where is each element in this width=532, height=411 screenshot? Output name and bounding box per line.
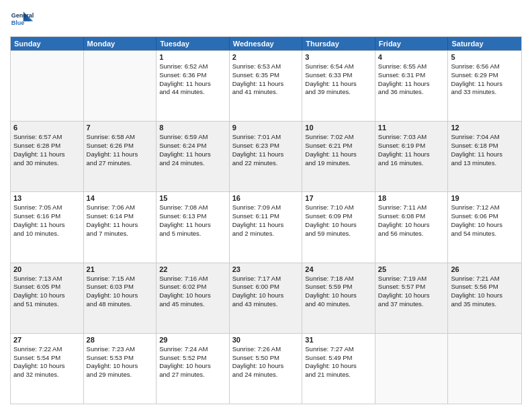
cell-info-line: and 16 minutes.	[378, 159, 445, 168]
cell-info-line: Daylight: 11 hours	[87, 150, 154, 159]
cell-info-line: Sunrise: 7:11 AM	[378, 203, 445, 212]
calendar-cell: 8Sunrise: 6:59 AMSunset: 6:24 PMDaylight…	[157, 122, 230, 191]
cell-info-line: Daylight: 11 hours	[232, 80, 300, 89]
day-number: 2	[232, 53, 300, 61]
cell-info-line: Sunrise: 6:55 AM	[378, 62, 445, 71]
cell-info-line: Sunrise: 7:16 AM	[159, 275, 226, 283]
cell-info-line: Daylight: 10 hours	[13, 362, 81, 371]
header-day-sunday: Sunday	[11, 37, 84, 50]
cell-info-line: Sunrise: 6:56 AM	[451, 62, 519, 71]
cell-info-line: Sunrise: 6:52 AM	[159, 62, 226, 71]
cell-info-line: Daylight: 10 hours	[232, 291, 300, 300]
cell-info-line: and 10 minutes.	[13, 230, 81, 238]
cell-info-line: and 39 minutes.	[305, 88, 372, 97]
cell-info-line: and 7 minutes.	[87, 230, 154, 238]
day-number: 15	[159, 194, 226, 202]
day-number: 6	[13, 124, 81, 132]
day-number: 28	[87, 336, 154, 344]
cell-info-line: Sunset: 6:05 PM	[13, 283, 81, 291]
cell-info-line: and 5 minutes.	[159, 230, 226, 238]
calendar-cell: 18Sunrise: 7:11 AMSunset: 6:08 PMDayligh…	[375, 192, 449, 262]
cell-info-line: Daylight: 10 hours	[378, 221, 445, 230]
day-number: 30	[232, 336, 300, 344]
cell-info-line: Sunset: 6:29 PM	[451, 71, 519, 80]
cell-info-line: Sunrise: 7:21 AM	[451, 275, 519, 283]
day-number: 27	[13, 336, 81, 344]
cell-info-line: Sunset: 6:28 PM	[13, 142, 81, 150]
cell-info-line: Sunset: 6:11 PM	[232, 212, 300, 221]
cell-info-line: Sunset: 6:26 PM	[87, 142, 154, 150]
cell-info-line: Sunset: 6:36 PM	[159, 71, 226, 80]
cell-info-line: Sunrise: 7:10 AM	[305, 203, 372, 212]
cell-info-line: Daylight: 11 hours	[305, 80, 372, 89]
logo: General Blue	[10, 7, 34, 31]
cell-info-line: and 45 minutes.	[159, 300, 226, 309]
cell-info-line: Sunrise: 7:04 AM	[451, 133, 519, 142]
cell-info-line: Sunset: 6:24 PM	[159, 142, 226, 150]
cell-info-line: Sunset: 6:03 PM	[87, 283, 154, 291]
calendar-cell	[375, 334, 449, 404]
calendar-cell: 28Sunrise: 7:23 AMSunset: 5:53 PMDayligh…	[84, 334, 157, 404]
day-number: 12	[451, 124, 519, 132]
cell-info-line: and 51 minutes.	[13, 300, 81, 309]
cell-info-line: and 24 minutes.	[159, 159, 226, 168]
cell-info-line: and 24 minutes.	[232, 371, 300, 379]
calendar-cell: 13Sunrise: 7:05 AMSunset: 6:16 PMDayligh…	[11, 192, 84, 262]
cell-info-line: Daylight: 10 hours	[159, 362, 226, 371]
calendar-cell: 3Sunrise: 6:54 AMSunset: 6:33 PMDaylight…	[302, 51, 375, 121]
calendar-cell: 5Sunrise: 6:56 AMSunset: 6:29 PMDaylight…	[448, 51, 521, 121]
cell-info-line: and 44 minutes.	[159, 88, 226, 97]
cell-info-line: and 59 minutes.	[305, 230, 372, 238]
cell-info-line: Daylight: 11 hours	[87, 221, 154, 230]
cell-info-line: Daylight: 11 hours	[159, 150, 226, 159]
cell-info-line: and 29 minutes.	[87, 371, 154, 379]
calendar-cell	[11, 51, 84, 121]
cell-info-line: Sunrise: 6:53 AM	[232, 62, 300, 71]
day-number: 22	[159, 265, 226, 273]
day-number: 31	[305, 336, 372, 344]
cell-info-line: Daylight: 10 hours	[305, 291, 372, 300]
cell-info-line: Sunrise: 6:57 AM	[13, 133, 81, 142]
day-number: 21	[87, 265, 154, 273]
day-number: 4	[378, 53, 445, 61]
calendar-week-2: 6Sunrise: 6:57 AMSunset: 6:28 PMDaylight…	[11, 121, 521, 191]
cell-info-line: Sunset: 5:50 PM	[232, 354, 300, 363]
cell-info-line: Sunrise: 6:58 AM	[87, 133, 154, 142]
cell-info-line: Sunrise: 7:15 AM	[87, 275, 154, 283]
cell-info-line: Daylight: 10 hours	[451, 221, 519, 230]
day-number: 5	[451, 53, 519, 61]
cell-info-line: and 22 minutes.	[232, 159, 300, 168]
cell-info-line: Sunrise: 7:22 AM	[13, 345, 81, 354]
cell-info-line: and 2 minutes.	[232, 230, 300, 238]
day-number: 14	[87, 194, 154, 202]
header-day-friday: Friday	[375, 37, 449, 50]
cell-info-line: Sunset: 5:52 PM	[159, 354, 226, 363]
day-number: 7	[87, 124, 154, 132]
cell-info-line: and 27 minutes.	[159, 371, 226, 379]
calendar-cell: 29Sunrise: 7:24 AMSunset: 5:52 PMDayligh…	[157, 334, 230, 404]
calendar-cell: 15Sunrise: 7:08 AMSunset: 6:13 PMDayligh…	[157, 192, 230, 262]
calendar-cell: 10Sunrise: 7:02 AMSunset: 6:21 PMDayligh…	[302, 122, 375, 191]
cell-info-line: and 41 minutes.	[232, 88, 300, 97]
cell-info-line: Sunset: 5:54 PM	[13, 354, 81, 363]
cell-info-line: Daylight: 10 hours	[87, 362, 154, 371]
cell-info-line: and 36 minutes.	[378, 88, 445, 97]
cell-info-line: Sunset: 6:23 PM	[232, 142, 300, 150]
day-number: 17	[305, 194, 372, 202]
cell-info-line: Sunset: 6:08 PM	[378, 212, 445, 221]
cell-info-line: Daylight: 11 hours	[159, 80, 226, 89]
cell-info-line: Daylight: 11 hours	[305, 150, 372, 159]
cell-info-line: Sunset: 6:09 PM	[305, 212, 372, 221]
day-number: 24	[305, 265, 372, 273]
header-day-tuesday: Tuesday	[157, 37, 230, 50]
day-number: 26	[451, 265, 519, 273]
calendar-cell: 7Sunrise: 6:58 AMSunset: 6:26 PMDaylight…	[84, 122, 157, 191]
cell-info-line: Sunrise: 7:05 AM	[13, 203, 81, 212]
header: General Blue	[10, 7, 522, 31]
cell-info-line: Sunset: 6:35 PM	[232, 71, 300, 80]
cell-info-line: and 43 minutes.	[232, 300, 300, 309]
cell-info-line: Sunrise: 7:08 AM	[159, 203, 226, 212]
cell-info-line: Daylight: 11 hours	[378, 80, 445, 89]
cell-info-line: Sunset: 6:19 PM	[378, 142, 445, 150]
cell-info-line: Sunrise: 7:01 AM	[232, 133, 300, 142]
